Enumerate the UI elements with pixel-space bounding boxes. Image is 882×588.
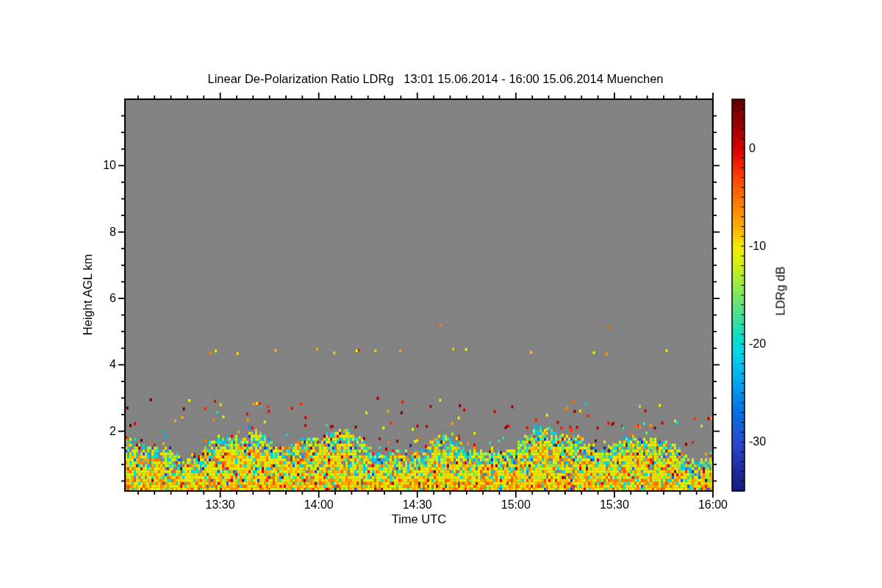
chart-title: Linear De-Polarization Ratio LDRg 13:01 … xyxy=(125,71,746,86)
x-tick-label: 16:00 xyxy=(689,498,736,512)
y-tick-label: 10 xyxy=(81,158,116,172)
colorbar-tick-label: -10 xyxy=(749,239,786,253)
ldr-time-height-figure: Linear De-Polarization Ratio LDRg 13:01 … xyxy=(0,0,882,588)
x-tick-label: 14:30 xyxy=(394,498,441,512)
y-tick-label: 6 xyxy=(81,291,116,305)
heatmap-canvas xyxy=(0,0,882,588)
x-tick-label: 15:30 xyxy=(591,498,638,512)
y-tick-label: 2 xyxy=(81,424,116,438)
x-axis-title: Time UTC xyxy=(125,512,713,526)
y-tick-label: 4 xyxy=(81,357,116,371)
x-tick-label: 14:00 xyxy=(295,498,343,512)
colorbar-tick-label: -30 xyxy=(749,434,786,448)
x-tick-label: 13:30 xyxy=(197,498,244,512)
x-tick-label: 15:00 xyxy=(492,498,539,512)
colorbar-tick-label: 0 xyxy=(749,141,786,155)
colorbar-title: LDRg dB xyxy=(774,267,788,316)
colorbar-tick-label: -20 xyxy=(749,337,786,351)
y-tick-label: 8 xyxy=(81,225,116,239)
